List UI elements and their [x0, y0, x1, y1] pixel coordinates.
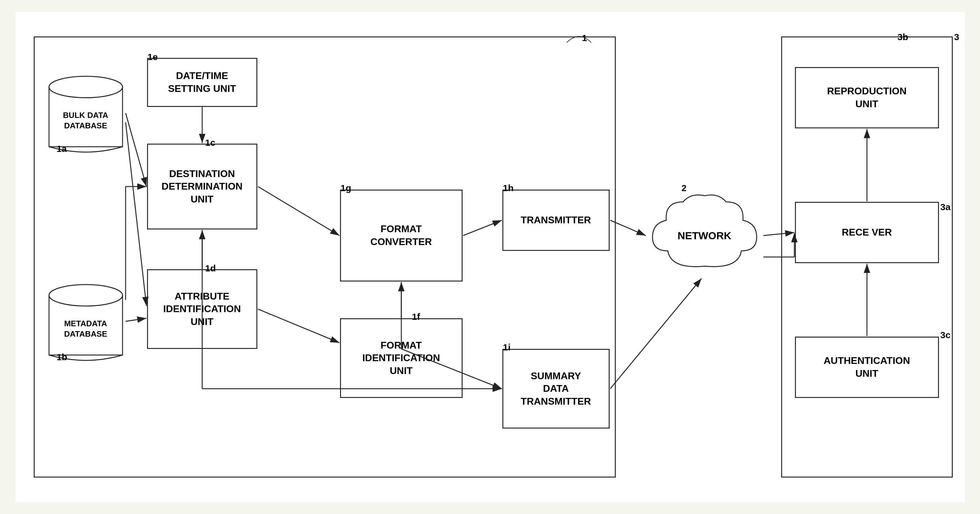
- label-3: 3: [954, 32, 959, 42]
- reproduction-label: REPRODUCTIONUNIT: [827, 85, 907, 110]
- receiver-label: RECE VER: [842, 226, 892, 239]
- label-1d: 1d: [205, 263, 216, 274]
- label-3a: 3a: [940, 202, 951, 212]
- format-converter: FORMATCONVERTER: [340, 189, 463, 282]
- authentication-label: AUTHENTICATIONUNIT: [824, 355, 910, 380]
- label-1f: 1f: [412, 312, 420, 322]
- destination-determination-unit: DESTINATIONDETERMINATIONUNIT: [147, 144, 257, 229]
- label-1-bracket: [564, 27, 594, 46]
- label-3c: 3c: [940, 330, 951, 340]
- label-1a: 1a: [57, 144, 67, 154]
- authentication-unit: AUTHENTICATIONUNIT: [795, 337, 939, 398]
- label-2: 2: [682, 183, 687, 193]
- bulk-data-label: BULK DATADATABASE: [63, 104, 108, 131]
- diagram-container: 1 3 3b BULK DATADATABASE 1a METADATADATA…: [15, 12, 965, 502]
- destination-label: DESTINATIONDETERMINATIONUNIT: [161, 167, 242, 206]
- label-1e: 1e: [148, 52, 158, 62]
- receiver: RECE VER: [795, 202, 939, 263]
- reproduction-unit: REPRODUCTIONUNIT: [795, 67, 939, 128]
- network-label: NETWORK: [678, 230, 732, 242]
- transmitter: TRANSMITTER: [503, 189, 609, 251]
- label-1g: 1g: [340, 183, 352, 193]
- format-identification-unit: FORMATIDENTIFICATIONUNIT: [340, 318, 463, 398]
- datetime-setting-unit: DATE/TIMESETTING UNIT: [147, 58, 257, 107]
- svg-line-22: [610, 278, 702, 389]
- label-1i: 1i: [503, 342, 511, 353]
- metadata-database: METADATADATABASE: [46, 278, 126, 364]
- format-id-label: FORMATIDENTIFICATIONUNIT: [363, 339, 440, 377]
- transmitter-label: TRANSMITTER: [521, 214, 591, 227]
- label-1h: 1h: [503, 183, 514, 193]
- attribute-identification-unit: ATTRIBUTEIDENTIFICATIONUNIT: [147, 269, 257, 349]
- metadata-label: METADATADATABASE: [64, 312, 107, 339]
- bulk-data-database: BULK DATADATABASE: [46, 70, 126, 156]
- summary-data-transmitter: SUMMARYDATATRANSMITTER: [503, 349, 609, 428]
- label-1b: 1b: [57, 352, 67, 362]
- svg-point-3: [49, 285, 123, 306]
- label-1c: 1c: [205, 138, 215, 148]
- label-3b: 3b: [897, 32, 908, 42]
- datetime-label: DATE/TIMESETTING UNIT: [168, 70, 236, 95]
- format-converter-label: FORMATCONVERTER: [371, 223, 432, 248]
- summary-label: SUMMARYDATATRANSMITTER: [521, 370, 591, 408]
- network: NETWORK: [646, 189, 763, 282]
- attribute-label: ATTRIBUTEIDENTIFICATIONUNIT: [163, 290, 241, 328]
- svg-point-1: [49, 76, 123, 98]
